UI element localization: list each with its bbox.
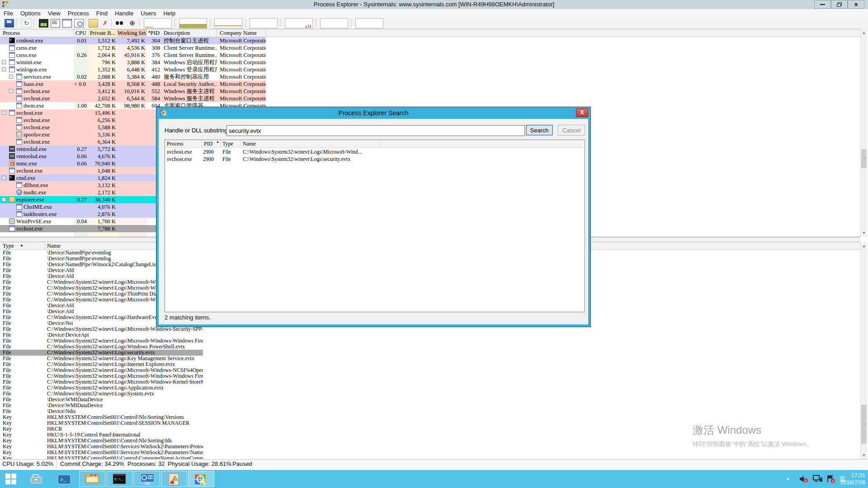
- process-row[interactable]: −svchost.exe3,412 K10,016 K552Windows 服务…: [0, 88, 266, 95]
- menu-process[interactable]: Process: [64, 9, 93, 17]
- handle-row[interactable]: FileC:\Windows\System32\winevt\Logs\secu…: [0, 350, 203, 356]
- handle-row[interactable]: FileC:\Windows\System32\winevt\Logs\Appl…: [0, 385, 203, 391]
- handle-row[interactable]: FileC:\Windows\System32\winevt\Logs\Micr…: [0, 338, 203, 344]
- menu-view[interactable]: View: [44, 9, 64, 17]
- tree-expander-icon[interactable]: −: [9, 89, 13, 93]
- gpu-history-graph[interactable]: [250, 18, 278, 28]
- kill-process-icon[interactable]: ✗: [100, 19, 110, 28]
- volume-muted-icon[interactable]: x: [799, 475, 808, 483]
- properties-icon[interactable]: [89, 19, 98, 28]
- taskbar-app-file-explorer[interactable]: [79, 471, 105, 487]
- handle-row[interactable]: KeyHKLM\SYSTEM\ControlSet001\Control\Nls…: [0, 438, 203, 444]
- handle-row[interactable]: KeyHKCR: [0, 426, 203, 432]
- minimize-button[interactable]: [814, 0, 831, 9]
- menu-users[interactable]: Users: [137, 9, 160, 17]
- process-row[interactable]: csrss.exe0.262,064 K45,916 K376Client Se…: [0, 52, 266, 59]
- taskbar-app-event-viewer[interactable]: !x: [161, 471, 187, 487]
- resize-grip[interactable]: ⋰: [581, 313, 586, 319]
- column-header-companyname[interactable]: Company Name: [217, 29, 266, 37]
- result-row[interactable]: svchost.exe2900FileC:\Windows\System32\w…: [165, 148, 585, 155]
- column-header-type[interactable]: Type▲: [0, 242, 45, 250]
- taskbar-app-command-prompt[interactable]: C:\_: [107, 471, 133, 487]
- tray-chevron-icon[interactable]: ▲: [786, 476, 790, 481]
- menu-options[interactable]: Options: [17, 9, 44, 17]
- handle-row[interactable]: KeyHKLM\SYSTEM\ControlSet001\Control\Com…: [0, 455, 203, 459]
- system-information-icon[interactable]: [39, 19, 48, 28]
- menu-help[interactable]: Help: [160, 9, 179, 17]
- network-icon[interactable]: [813, 475, 823, 483]
- network-history-graph[interactable]: [320, 18, 348, 28]
- menu-find[interactable]: Find: [93, 9, 111, 17]
- handle-row[interactable]: FileC:\Windows\System32\winevt\Logs\Micr…: [0, 379, 203, 385]
- save-icon[interactable]: [5, 19, 14, 28]
- cancel-button[interactable]: Cancel: [558, 125, 585, 136]
- handle-row[interactable]: KeyHKU\S-1-5-19\Control Panel\Internatio…: [0, 432, 203, 438]
- file-explorer-icon[interactable]: [85, 473, 100, 487]
- handle-row[interactable]: FileC:\Windows\System32\winevt\Logs\Inte…: [0, 361, 203, 367]
- tree-expander-icon[interactable]: −: [9, 75, 13, 79]
- server-manager-icon[interactable]: [30, 474, 43, 486]
- handle-row[interactable]: KeyHKLM\SYSTEM\ControlSet001\Control\SES…: [0, 420, 203, 426]
- show-process-tree-icon[interactable]: [51, 19, 60, 28]
- process-explorer-icon[interactable]: [194, 473, 208, 488]
- commit-history-graph[interactable]: [179, 18, 207, 28]
- handle-pane-scrollbar[interactable]: ▲ ≡ ▼: [860, 242, 867, 459]
- menu-file[interactable]: File: [0, 9, 17, 17]
- process-row[interactable]: lsass.exe< 0.013,428 K8,568 K488Local Se…: [0, 80, 266, 88]
- handle-row[interactable]: File\Device\WMIDataDevice: [0, 397, 203, 403]
- tree-expander-icon[interactable]: −: [2, 197, 6, 202]
- handle-row[interactable]: File\Device\Ndis: [0, 408, 203, 414]
- handle-row[interactable]: FileC:\Windows\System32\winevt\Logs\Micr…: [0, 373, 203, 379]
- scroll-down-icon[interactable]: ▼: [861, 229, 867, 237]
- process-row[interactable]: csrss.exe1,712 K4,536 K308Client Server …: [0, 44, 266, 52]
- close-button[interactable]: ×: [848, 0, 864, 9]
- refresh-icon[interactable]: ↻: [22, 19, 31, 28]
- handle-row[interactable]: File\Device\WMIDataDevice: [0, 403, 203, 408]
- result-row[interactable]: svchost.exe2900FileC:\Windows\System32\w…: [165, 155, 585, 163]
- search-button[interactable]: Search: [526, 125, 553, 136]
- cpu-history-graph[interactable]: [144, 18, 172, 28]
- result-column-type[interactable]: Type: [221, 140, 241, 148]
- column-header-cpu[interactable]: CPU: [74, 29, 89, 37]
- io-history-graph[interactable]: [214, 18, 242, 28]
- disk-history-graph[interactable]: [285, 18, 313, 28]
- column-header-process[interactable]: Process: [0, 29, 74, 37]
- process-row[interactable]: conhost.exe0.011,512 K7,492 K304控制台窗口主进程…: [0, 37, 266, 44]
- action-center-flag-icon[interactable]: x: [826, 474, 835, 483]
- substring-input[interactable]: [226, 125, 525, 136]
- handle-row[interactable]: FileC:\Windows\System32\winevt\Logs\Wind…: [0, 344, 203, 350]
- handle-row[interactable]: FileC:\Windows\System32\winevt\Logs\Micr…: [0, 367, 203, 373]
- tree-expander-icon[interactable]: −: [2, 176, 6, 180]
- event-viewer-icon[interactable]: !x: [167, 473, 180, 488]
- tree-expander-icon[interactable]: −: [2, 60, 6, 64]
- taskbar-clock[interactable]: 17:31 2018/7/26: [840, 472, 865, 486]
- scrollbar-thumb[interactable]: ≡: [861, 405, 867, 444]
- column-header-workingset[interactable]: Working Set: [118, 29, 147, 37]
- find-window-icon[interactable]: ⊕: [127, 19, 137, 28]
- menu-handle[interactable]: Handle: [111, 9, 137, 17]
- handle-row[interactable]: KeyHKLM\SYSTEM\ControlSet001\Services\Wi…: [0, 444, 203, 450]
- scrollbar-thumb[interactable]: ≡: [861, 149, 867, 168]
- result-column-process[interactable]: Process: [165, 140, 202, 148]
- taskbar-app-process-explorer[interactable]: [188, 471, 214, 487]
- view-dlls-icon[interactable]: [74, 19, 84, 28]
- process-row[interactable]: −winlogon.exe1,352 K6,448 K412Windows 登录…: [0, 66, 266, 73]
- column-header-pid[interactable]: PID▲: [147, 29, 162, 37]
- handle-row[interactable]: KeyHKLM\SYSTEM\ControlSet001\Control\Nls…: [0, 414, 203, 420]
- process-row[interactable]: −services.exe0.022,088 K5,384 K480服务和控制器…: [0, 73, 266, 80]
- restore-button[interactable]: [831, 0, 848, 9]
- dialog-titlebar[interactable]: Process Explorer Search: [156, 107, 590, 119]
- start-button[interactable]: [5, 474, 22, 485]
- command-prompt-icon[interactable]: C:\_: [113, 473, 126, 487]
- scroll-up-icon[interactable]: ▲: [861, 242, 867, 250]
- result-column-pid[interactable]: PID▲: [202, 140, 221, 148]
- dialog-close-button[interactable]: X: [576, 108, 588, 117]
- column-header-privateb[interactable]: Private B...: [89, 29, 118, 37]
- blank-graph[interactable]: [355, 18, 383, 28]
- handle-row[interactable]: FileC:\Windows\System32\winevt\Logs\Key …: [0, 356, 203, 361]
- process-row[interactable]: −wininit.exe796 K3,888 K384Windows 启动应用程…: [0, 59, 266, 66]
- scroll-up-icon[interactable]: ▲: [861, 29, 867, 37]
- result-column-name[interactable]: Name: [241, 140, 380, 148]
- process-pane-scrollbar[interactable]: ▲ ≡ ▼: [860, 29, 867, 237]
- column-header-description[interactable]: Description: [162, 29, 217, 37]
